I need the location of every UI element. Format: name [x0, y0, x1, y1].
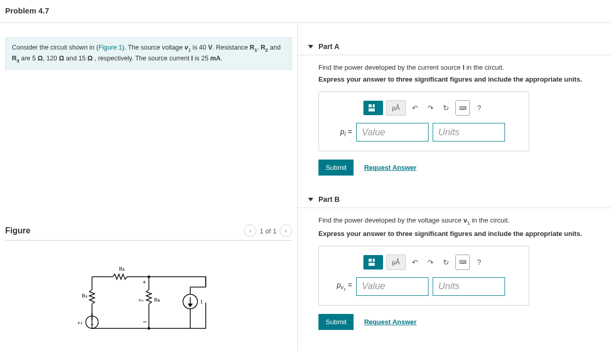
- problem-statement: Consider the circuit shown in (Figure 1)…: [5, 37, 292, 70]
- pager-prev-button[interactable]: ‹: [244, 225, 256, 237]
- part-a-header[interactable]: Part A: [298, 42, 611, 55]
- unit-ohm: Ω: [38, 55, 43, 62]
- svg-rect-12: [373, 104, 375, 107]
- units-input[interactable]: Units: [433, 277, 505, 296]
- sym-r3: R: [12, 55, 17, 62]
- label-plus: +: [143, 279, 146, 285]
- pager-next-button[interactable]: ›: [280, 225, 292, 237]
- svg-rect-15: [373, 259, 375, 262]
- text: Find the power developed by the current …: [318, 64, 463, 71]
- figure-title: Figure: [5, 226, 30, 235]
- label-i: I: [201, 298, 203, 305]
- svg-point-9: [147, 327, 150, 330]
- part-a: Part A Find the power developed by the c…: [298, 42, 611, 176]
- unit-ohm: Ω: [87, 55, 93, 62]
- units-input[interactable]: Units: [433, 123, 505, 141]
- label-v1: v₁: [78, 319, 82, 325]
- answer-toolbar: μÅ ↶ ↷ ↻ ⌨ ?: [363, 255, 520, 270]
- sym-v: v: [185, 44, 188, 51]
- part-b-title: Part B: [318, 195, 340, 203]
- answer-row: pI = Value Units: [328, 123, 520, 141]
- text: Find the power developed by the voltage …: [318, 216, 463, 224]
- variable-label: pv1 =: [328, 281, 352, 292]
- text: in the circuit.: [470, 216, 510, 224]
- collapse-icon: [308, 198, 313, 201]
- label-r3: R₃: [154, 296, 160, 303]
- keyboard-button[interactable]: ⌨: [455, 100, 470, 116]
- part-b-answer-card: μÅ ↶ ↷ ↻ ⌨ ? pv1 = Value Units: [318, 246, 529, 306]
- svg-rect-16: [369, 263, 375, 266]
- figure-pager: ‹ 1 of 1 ›: [244, 225, 292, 237]
- submit-button[interactable]: Submit: [318, 160, 354, 176]
- help-button[interactable]: ?: [473, 255, 485, 270]
- collapse-icon: [308, 45, 313, 49]
- templates-button[interactable]: [363, 101, 383, 115]
- right-column: Part A Find the power developed by the c…: [298, 23, 611, 351]
- redo-button[interactable]: ↷: [424, 255, 437, 270]
- text: ). The source voltage: [122, 44, 185, 51]
- text: and: [268, 44, 281, 51]
- text: are 5: [19, 55, 37, 62]
- text: Consider the circuit shown in (: [12, 44, 98, 51]
- request-answer-link[interactable]: Request Answer: [364, 318, 416, 326]
- submit-button[interactable]: Submit: [318, 314, 354, 330]
- text: , respectively. The source current: [93, 55, 191, 62]
- help-button[interactable]: ?: [473, 101, 485, 115]
- figure-header: Figure ‹ 1 of 1 ›: [5, 225, 292, 241]
- sym-r1: R: [250, 44, 254, 51]
- circuit-diagram: R₁ R₂ R₃ v₁ vₒ I + − + −: [71, 261, 226, 340]
- keyboard-button[interactable]: ⌨: [455, 255, 470, 270]
- variable-label: pI =: [328, 128, 352, 137]
- part-a-instructions: Express your answer to three significant…: [318, 75, 601, 83]
- unit-ma: mA: [210, 55, 221, 62]
- text: .: [221, 55, 222, 62]
- part-a-title: Part A: [318, 42, 340, 51]
- label-vo: vₒ: [139, 296, 144, 303]
- templates-button[interactable]: [363, 255, 383, 270]
- text: , 120: [43, 55, 59, 62]
- part-b: Part B Find the power developed by the v…: [298, 195, 611, 330]
- answer-row: pv1 = Value Units: [328, 277, 520, 296]
- part-b-prompt: Find the power developed by the voltage …: [318, 216, 601, 226]
- text: is 40: [191, 44, 208, 51]
- part-b-instructions: Express your answer to three significant…: [318, 230, 601, 238]
- text: and 15: [64, 55, 87, 62]
- part-a-answer-card: μÅ ↶ ↷ ↻ ⌨ ? pI = Value Units: [318, 91, 529, 151]
- reset-button[interactable]: ↻: [440, 101, 452, 115]
- unit-v: V: [208, 44, 212, 51]
- part-b-actions: Submit Request Answer: [318, 314, 601, 330]
- value-input[interactable]: Value: [356, 123, 429, 141]
- undo-button[interactable]: ↶: [409, 101, 421, 115]
- sym-v: v: [463, 216, 467, 224]
- figure-link[interactable]: Figure 1: [98, 44, 122, 51]
- redo-button[interactable]: ↷: [424, 101, 437, 115]
- text: in the circuit.: [465, 64, 505, 71]
- svg-rect-14: [369, 259, 372, 262]
- answer-toolbar: μÅ ↶ ↷ ↻ ⌨ ?: [363, 100, 520, 116]
- svg-rect-11: [369, 104, 372, 107]
- src-minus: −: [90, 321, 94, 327]
- part-b-header[interactable]: Part B: [298, 195, 611, 208]
- value-input[interactable]: Value: [356, 277, 429, 296]
- left-column: Consider the circuit shown in (Figure 1)…: [0, 23, 298, 351]
- pager-label: 1 of 1: [259, 227, 277, 235]
- part-a-prompt: Find the power developed by the current …: [318, 64, 601, 71]
- page-title: Problem 4.7: [0, 0, 611, 23]
- unit-ohm: Ω: [59, 55, 64, 62]
- undo-button[interactable]: ↶: [409, 255, 421, 270]
- request-answer-link[interactable]: Request Answer: [364, 164, 416, 171]
- text: is 25: [193, 55, 210, 62]
- label-r2: R₂: [119, 265, 125, 272]
- sym-r2: R: [261, 44, 265, 51]
- reset-button[interactable]: ↻: [440, 255, 452, 270]
- units-button[interactable]: μÅ: [386, 255, 406, 270]
- units-button[interactable]: μÅ: [386, 100, 406, 116]
- label-r1: R₁: [82, 292, 87, 298]
- svg-point-8: [147, 276, 150, 278]
- part-a-actions: Submit Request Answer: [318, 160, 601, 176]
- svg-rect-13: [369, 108, 375, 112]
- label-minus: −: [143, 318, 147, 326]
- text: . Resistance: [212, 44, 250, 51]
